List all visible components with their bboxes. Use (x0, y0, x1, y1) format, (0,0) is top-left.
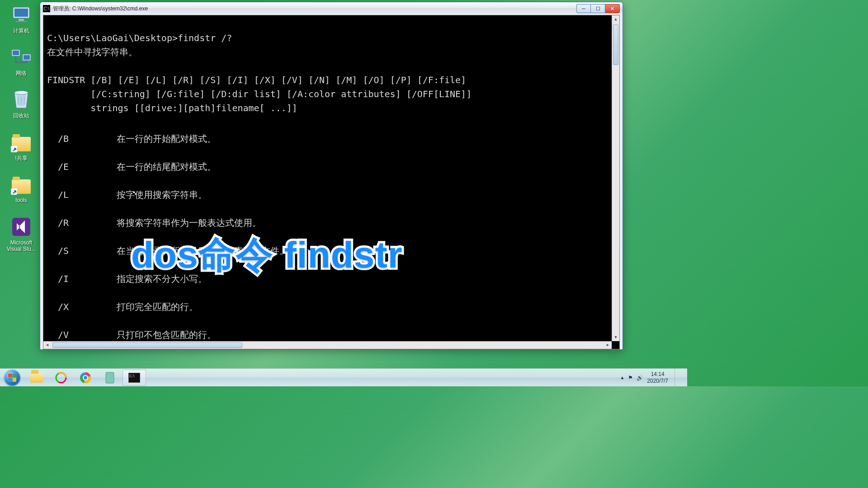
desktop-icon-recycle[interactable]: 回收站 (5, 89, 37, 120)
desktop-icon-network[interactable]: 网络 (5, 46, 37, 77)
scrollbar-vertical[interactable]: ▲ ▼ (612, 15, 619, 341)
scroll-down-icon[interactable]: ▼ (612, 333, 619, 341)
titlebar[interactable]: C:\ 管理员: C:\Windows\system32\cmd.exe ─ ☐… (40, 2, 623, 15)
taskbar-cmd[interactable]: C:\ (123, 370, 146, 386)
cmd-window: C:\ 管理员: C:\Windows\system32\cmd.exe ─ ☐… (40, 2, 623, 350)
taskbar-chrome[interactable] (74, 370, 97, 386)
scroll-thumb[interactable] (52, 343, 242, 348)
syntax-line: [/C:string] [/G:file] [/D:dir list] [/A:… (47, 89, 472, 99)
desktop-icon-computer[interactable]: 计算机 (5, 4, 37, 35)
scrollbar-horizontal[interactable]: ◀ ▶ (43, 341, 612, 349)
option-row: /L按字使用搜索字符串。 (47, 188, 616, 202)
svg-rect-5 (13, 51, 19, 55)
overlay-caption: dos命令 findstr (131, 230, 403, 280)
clock-time: 14:14 (647, 371, 668, 378)
svg-rect-2 (19, 19, 24, 21)
scroll-thumb[interactable] (613, 24, 618, 65)
desktop-icon-label: !共享 (5, 155, 37, 162)
window-title: 管理员: C:\Windows\system32\cmd.exe (53, 5, 574, 13)
svg-rect-1 (14, 9, 28, 17)
svg-point-12 (55, 372, 67, 384)
taskbar-explorer[interactable] (25, 370, 48, 386)
svg-rect-7 (24, 55, 30, 60)
scroll-left-icon[interactable]: ◀ (43, 342, 51, 349)
syntax-line: strings [[drive:][path]filename[ ...]] (47, 103, 297, 113)
tray-chevron-icon[interactable]: ▲ (620, 375, 624, 380)
svg-point-15 (83, 375, 88, 380)
svg-point-8 (14, 91, 28, 94)
desktop-icon-label: Microsoft Visual Stu... (5, 239, 37, 252)
option-row: /B在一行的开始配对模式。 (47, 132, 616, 146)
option-row: /X打印完全匹配的行。 (47, 300, 616, 314)
taskbar: C:\ ▲ ⚑ 🔊 14:14 2020/7/7 (0, 368, 687, 386)
syntax-line: FINDSTR [/B] [/E] [/L] [/R] [/S] [/I] [/… (47, 75, 466, 85)
desktop-icon-label: 计算机 (5, 27, 37, 35)
desktop-icon-share[interactable]: ↗ !共享 (5, 131, 37, 162)
taskbar-app[interactable] (98, 370, 122, 386)
desktop-icon-visual-studio[interactable]: Microsoft Visual Stu... (5, 216, 37, 252)
clock-date: 2020/7/7 (647, 378, 668, 385)
option-row: /E在一行的结尾配对模式。 (47, 160, 616, 174)
desktop-icon-label: 回收站 (5, 112, 37, 120)
tray-clock[interactable]: 14:14 2020/7/7 (647, 371, 668, 385)
start-button[interactable] (0, 369, 24, 387)
svg-point-11 (55, 372, 67, 384)
svg-rect-16 (106, 372, 114, 383)
prompt-line: C:\Users\LaoGai\Desktop>findstr /? (47, 33, 232, 43)
cmd-icon: C:\ (43, 5, 50, 12)
close-button[interactable]: ✕ (605, 4, 620, 13)
minimize-button[interactable]: ─ (576, 4, 591, 13)
console-output[interactable]: C:\Users\LaoGai\Desktop>findstr /? 在文件中寻… (43, 15, 620, 349)
desktop-icon-label: tools (5, 197, 37, 203)
tray-flag-icon[interactable]: ⚑ (628, 375, 633, 381)
desktop-icon-tools[interactable]: ↗ tools (5, 174, 37, 203)
option-row: /R将搜索字符串作为一般表达式使用。 (47, 216, 616, 230)
tray-volume-icon[interactable]: 🔊 (637, 375, 643, 381)
taskbar-browser1[interactable] (49, 370, 73, 386)
maximize-button[interactable]: ☐ (591, 4, 605, 13)
scroll-up-icon[interactable]: ▲ (612, 15, 619, 23)
desktop-icon-label: 网络 (5, 70, 37, 77)
show-desktop-button[interactable] (675, 369, 681, 387)
scroll-right-icon[interactable]: ▶ (604, 342, 612, 349)
svg-rect-3 (16, 21, 27, 22)
option-row: /V只打印不包含匹配的行。 (47, 328, 616, 342)
intro-line: 在文件中寻找字符串。 (47, 47, 137, 57)
windows-logo-icon (4, 370, 20, 386)
system-tray: ▲ ⚑ 🔊 14:14 2020/7/7 (620, 369, 684, 387)
